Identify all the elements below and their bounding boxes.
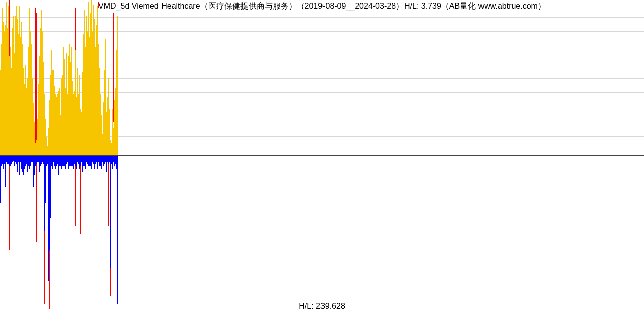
chart-container: VMD_5d Viemed Healthcare（医疗保健提供商与服务）（201…	[0, 0, 644, 312]
red-marker-lower	[80, 156, 81, 234]
bar-lower	[35, 156, 35, 218]
red-marker-lower	[36, 156, 37, 242]
chart-title: VMD_5d Viemed Healthcare（医疗保健提供商与服务）（201…	[0, 1, 644, 12]
bar-upper	[118, 47, 118, 156]
bar-lower	[118, 156, 118, 281]
footer-label: H/L: 239.628	[0, 302, 644, 311]
bar-lower	[45, 156, 46, 203]
lower-panel	[0, 156, 644, 312]
red-marker-upper	[37, 2, 37, 91]
red-marker-upper	[47, 70, 47, 153]
bar-lower	[27, 156, 27, 304]
red-marker-upper	[35, 8, 36, 148]
baseline	[0, 155, 644, 156]
bar-lower	[110, 156, 111, 268]
bar-lower	[48, 156, 49, 281]
red-marker-lower	[75, 156, 76, 226]
upper-panel	[0, 0, 644, 156]
bar-lower	[49, 156, 50, 250]
red-marker-lower	[108, 156, 109, 226]
bar-lower	[44, 156, 45, 231]
